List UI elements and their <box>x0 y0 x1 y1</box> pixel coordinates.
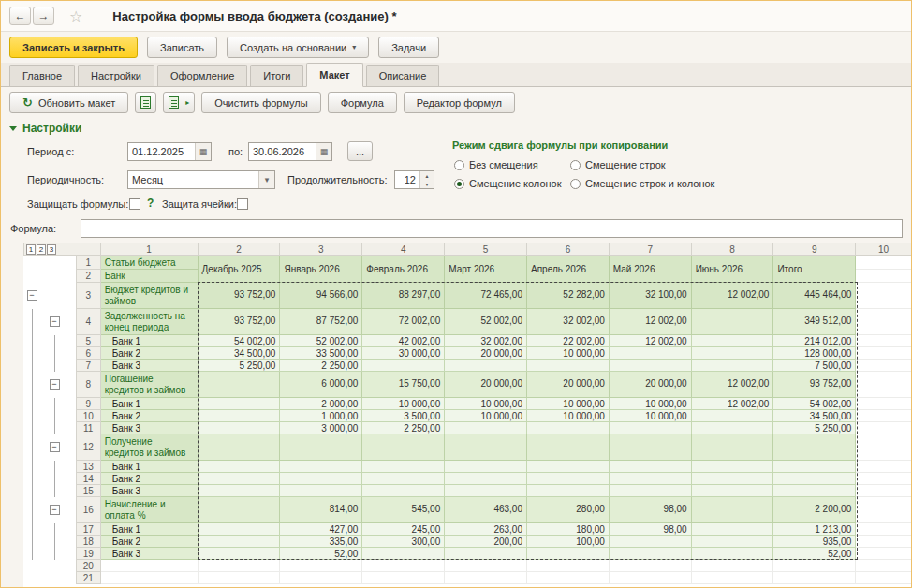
grid-cell[interactable] <box>691 523 773 536</box>
grid-cell[interactable]: 263,00 <box>445 523 527 536</box>
grid-cell[interactable]: 87 752,00 <box>280 309 362 335</box>
grid-cell[interactable] <box>773 572 856 584</box>
grid-cell[interactable] <box>691 572 773 584</box>
settings-section-header[interactable]: Настройки <box>9 122 81 135</box>
month-header-cell[interactable]: Декабрь 2025 <box>198 256 280 283</box>
grid-cell[interactable]: 52 282,00 <box>527 283 610 309</box>
grid-cell[interactable]: 20 000,00 <box>527 372 610 398</box>
grid-cell[interactable]: 10 000,00 <box>527 410 610 422</box>
row-number[interactable]: 17 <box>76 523 100 536</box>
row-number[interactable]: 13 <box>76 461 100 473</box>
row-label-cell[interactable]: Начисление и оплата % <box>100 497 198 523</box>
grid-cell[interactable] <box>609 347 691 360</box>
grid-cell[interactable] <box>198 536 280 548</box>
grid-cell[interactable] <box>691 347 773 360</box>
grid-cell[interactable]: 935,00 <box>773 536 856 548</box>
period-to-input[interactable]: 30.06.2026 ▦ <box>248 142 332 161</box>
grid-cell[interactable]: 32 100,00 <box>609 283 691 309</box>
grid-cell[interactable] <box>198 398 280 410</box>
row-label-cell[interactable]: Погашение кредитов и займов <box>100 372 198 398</box>
grid-cell[interactable]: 12 002,00 <box>691 372 773 398</box>
column-header-cell[interactable]: 10 <box>856 243 912 256</box>
back-icon[interactable]: ← <box>9 7 31 25</box>
row-label-cell[interactable] <box>100 560 198 572</box>
grid-cell[interactable]: 52 002,00 <box>280 335 362 347</box>
month-header-cell[interactable]: Итого <box>773 256 856 283</box>
grid-cell[interactable]: Статьи бюджета <box>100 256 198 270</box>
row-label-cell[interactable]: Банк 2 <box>100 473 198 485</box>
grid-cell[interactable] <box>445 560 527 572</box>
grid-cell[interactable] <box>773 434 856 461</box>
grid-cell[interactable] <box>609 572 691 584</box>
grid-cell[interactable]: 100,00 <box>527 536 610 548</box>
grid-cell[interactable] <box>856 283 912 309</box>
grid-cell[interactable] <box>856 536 912 548</box>
grid-cell[interactable] <box>691 461 773 473</box>
column-header-cell[interactable]: 2 <box>198 243 280 256</box>
duration-stepper[interactable]: 12 ▲▼ <box>394 170 434 189</box>
save-and-close-button[interactable]: Записать и закрыть <box>9 37 138 58</box>
grid-cell[interactable] <box>856 485 912 497</box>
grid-cell[interactable] <box>856 422 912 434</box>
grid-cell[interactable] <box>198 473 280 485</box>
row-number[interactable]: 18 <box>76 536 100 548</box>
grid-cell[interactable]: 10 000,00 <box>609 398 691 410</box>
month-header-cell[interactable]: Февраль 2026 <box>362 256 445 283</box>
period-from-input[interactable]: 01.12.2025 ▦ <box>127 142 212 161</box>
grid-cell[interactable]: 6 000,00 <box>280 372 362 398</box>
calendar-icon[interactable]: ▦ <box>195 143 211 160</box>
tab-main[interactable]: Главное <box>9 65 75 86</box>
row-number[interactable]: 6 <box>76 347 100 360</box>
grid-cell[interactable] <box>856 548 912 560</box>
grid-cell[interactable] <box>280 485 362 497</box>
grid-cell[interactable]: 2 200,00 <box>773 497 856 523</box>
row-number[interactable]: 12 <box>76 434 100 461</box>
grid-cell[interactable]: 12 002,00 <box>609 335 691 347</box>
grid-cell[interactable]: 72 465,00 <box>445 283 527 309</box>
grid-cell[interactable] <box>198 434 280 461</box>
grid-cell[interactable] <box>198 560 280 572</box>
row-label-cell[interactable]: Бюджет кредитов и займов <box>100 283 198 309</box>
grid-cell[interactable] <box>198 461 280 473</box>
row-number[interactable]: 3 <box>76 283 100 309</box>
radio-shift-rows[interactable]: Смещение строк <box>570 159 666 170</box>
grid-cell[interactable]: 93 752,00 <box>198 283 280 309</box>
group-level-buttons[interactable]: 123 <box>24 243 101 256</box>
grid-cell[interactable] <box>445 572 527 584</box>
grid-cell[interactable] <box>691 422 773 434</box>
row-label-cell[interactable]: Банк 1 <box>100 398 198 410</box>
grid-cell[interactable] <box>527 422 610 434</box>
formula-input[interactable] <box>81 219 903 238</box>
grid-cell[interactable] <box>609 485 691 497</box>
column-header-cell[interactable]: 6 <box>527 243 610 256</box>
tab-totals[interactable]: Итоги <box>250 65 303 86</box>
grid-cell[interactable] <box>856 360 912 372</box>
grid-cell[interactable] <box>527 360 610 372</box>
grid-cell[interactable] <box>856 398 912 410</box>
row-label-cell[interactable]: Банк 3 <box>100 548 198 560</box>
row-label-cell[interactable]: Банк 3 <box>100 422 198 434</box>
grid-cell[interactable] <box>856 473 912 485</box>
grid-cell[interactable]: 10 000,00 <box>445 398 527 410</box>
row-number[interactable]: 9 <box>76 398 100 410</box>
formula-button[interactable]: Формула <box>328 92 397 113</box>
tab-settings[interactable]: Настройки <box>78 65 154 86</box>
tab-description[interactable]: Описание <box>366 65 440 86</box>
grid-cell[interactable] <box>691 360 773 372</box>
grid-cell[interactable]: 22 002,00 <box>527 335 610 347</box>
grid-cell[interactable] <box>527 434 610 461</box>
grid-cell[interactable] <box>691 497 773 523</box>
row-number[interactable]: 2 <box>76 270 100 283</box>
column-header-cell[interactable]: 1 <box>100 243 198 256</box>
clear-formulas-button[interactable]: Очистить формулы <box>201 92 321 113</box>
grid-cell[interactable] <box>856 372 912 398</box>
row-number[interactable]: 21 <box>76 572 100 584</box>
grid-cell[interactable]: 5 250,00 <box>198 360 280 372</box>
grid-cell[interactable]: 427,00 <box>280 523 362 536</box>
grid-cell[interactable] <box>773 560 856 572</box>
row-number[interactable]: 4 <box>76 309 100 335</box>
grid-cell[interactable] <box>856 410 912 422</box>
grid-cell[interactable]: 20 000,00 <box>445 372 527 398</box>
grid-cell[interactable]: 128 000,00 <box>773 347 856 360</box>
grid-cell[interactable]: 30 000,00 <box>362 347 445 360</box>
